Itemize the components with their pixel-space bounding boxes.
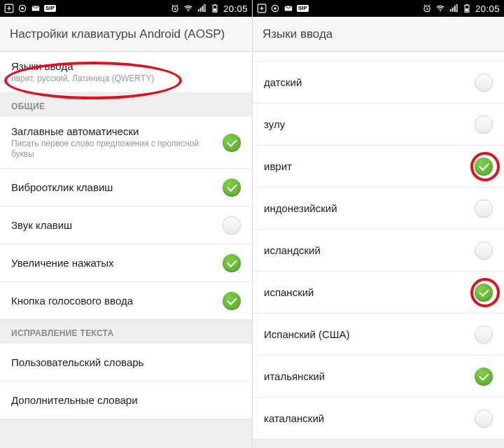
status-bar: SIP 20:05 bbox=[0, 0, 252, 17]
plus-icon bbox=[4, 4, 14, 13]
svg-rect-6 bbox=[198, 9, 200, 12]
toggle-off[interactable] bbox=[475, 326, 493, 344]
language-label: исландский bbox=[264, 244, 475, 256]
section-header: ОБЩИЕ bbox=[0, 93, 252, 117]
settings-row[interactable]: Виброотклик клавиш bbox=[0, 169, 252, 206]
alarm-icon bbox=[170, 4, 180, 13]
language-row[interactable]: испанский bbox=[253, 272, 504, 314]
partial-row-top bbox=[253, 52, 504, 62]
svg-rect-21 bbox=[454, 6, 456, 12]
svg-point-2 bbox=[21, 7, 24, 10]
alarm-icon bbox=[422, 4, 432, 13]
toggle-on[interactable] bbox=[223, 178, 241, 197]
language-row[interactable]: итальянский bbox=[253, 356, 504, 398]
settings-row[interactable]: Кнопка голосового ввода bbox=[0, 282, 252, 320]
battery-icon bbox=[462, 4, 472, 13]
svg-rect-11 bbox=[214, 4, 216, 5]
sip-icon: SIP bbox=[44, 5, 56, 12]
svg-rect-22 bbox=[456, 5, 457, 12]
row-title: Виброотклик клавиш bbox=[11, 181, 223, 193]
status-clock: 20:05 bbox=[475, 4, 500, 14]
svg-point-5 bbox=[188, 10, 189, 12]
row-subtitle: Писать первое слово предложения с пропис… bbox=[11, 139, 223, 160]
svg-rect-19 bbox=[450, 9, 451, 12]
settings-row[interactable]: Языки вводаиврит, русский, Латиница (QWE… bbox=[0, 52, 252, 93]
battery-icon bbox=[210, 4, 220, 13]
sip-icon: SIP bbox=[297, 5, 309, 12]
row-title: Заглавные автоматически bbox=[11, 125, 223, 137]
language-label: иврит bbox=[264, 160, 475, 172]
language-label: испанский bbox=[264, 286, 475, 298]
language-label: датский bbox=[264, 76, 475, 88]
language-row[interactable]: датский bbox=[253, 62, 504, 104]
toggle-on[interactable] bbox=[475, 368, 493, 386]
row-subtitle: иврит, русский, Латиница (QWERTY) bbox=[11, 74, 241, 84]
header-left: Настройки клавиатуры Android (AOSP) bbox=[0, 17, 252, 52]
status-clock: 20:05 bbox=[223, 4, 248, 14]
header-right: Языки ввода bbox=[253, 17, 504, 52]
phone-left: SIP 20:05 Настройки клавиатуры Android (… bbox=[0, 0, 252, 448]
toggle-on[interactable] bbox=[223, 292, 241, 310]
language-label: Испанский (США) bbox=[264, 328, 475, 340]
svg-rect-20 bbox=[452, 8, 454, 12]
language-row[interactable]: индонезийский bbox=[253, 188, 504, 230]
wifi-icon bbox=[435, 4, 445, 13]
row-title: Пользовательский словарь bbox=[11, 356, 241, 368]
settings-row[interactable]: Пользовательский словарь bbox=[0, 344, 252, 382]
svg-rect-12 bbox=[214, 8, 216, 11]
wifi-icon bbox=[183, 4, 193, 13]
status-bar: SIP 20:05 bbox=[253, 0, 504, 17]
svg-rect-8 bbox=[202, 6, 204, 12]
toggle-on[interactable] bbox=[223, 254, 241, 272]
language-list: датскийзулуивритиндонезийскийисландскийи… bbox=[253, 62, 504, 440]
section-header: ИСПРАВЛЕНИЕ ТЕКСТА bbox=[0, 320, 252, 344]
settings-row[interactable]: Заглавные автоматическиПисать первое сло… bbox=[0, 117, 252, 169]
svg-point-18 bbox=[440, 10, 441, 12]
svg-rect-24 bbox=[466, 4, 468, 5]
language-row[interactable]: каталанский bbox=[253, 398, 504, 440]
toggle-off[interactable] bbox=[475, 74, 493, 92]
toggle-on[interactable] bbox=[475, 158, 493, 176]
mail-icon bbox=[284, 4, 293, 13]
plus-icon bbox=[257, 4, 267, 13]
target-icon bbox=[270, 4, 280, 13]
language-label: каталанский bbox=[264, 412, 475, 424]
svg-rect-25 bbox=[465, 8, 468, 11]
phone-right: SIP 20:05 Языки ввода датскийзулуивритин… bbox=[252, 0, 504, 448]
toggle-on[interactable] bbox=[223, 134, 241, 152]
language-row[interactable]: Испанский (США) bbox=[253, 314, 504, 356]
toggle-off[interactable] bbox=[475, 115, 493, 134]
row-title: Звук клавиш bbox=[11, 219, 223, 231]
row-title: Дополнительные словари bbox=[11, 394, 241, 406]
language-row[interactable]: иврит bbox=[253, 146, 504, 188]
language-label: итальянский bbox=[264, 370, 475, 382]
language-label: индонезийский bbox=[264, 202, 475, 214]
toggle-off[interactable] bbox=[475, 241, 493, 260]
settings-row[interactable]: Увеличение нажатых bbox=[0, 244, 252, 282]
svg-rect-9 bbox=[204, 5, 205, 12]
settings-row[interactable]: Дополнительные словари bbox=[0, 382, 252, 419]
language-row[interactable]: исландский bbox=[253, 230, 504, 272]
toggle-off[interactable] bbox=[475, 200, 493, 218]
language-row[interactable]: зулу bbox=[253, 104, 504, 146]
language-label: зулу bbox=[264, 118, 475, 130]
toggle-on[interactable] bbox=[475, 284, 493, 302]
row-title: Кнопка голосового ввода bbox=[11, 295, 223, 307]
row-title: Увеличение нажатых bbox=[11, 257, 223, 269]
settings-row[interactable]: Звук клавиш bbox=[0, 206, 252, 244]
toggle-off[interactable] bbox=[223, 216, 241, 234]
row-title: Языки ввода bbox=[11, 60, 241, 72]
settings-list: Языки вводаиврит, русский, Латиница (QWE… bbox=[0, 52, 252, 419]
page-title: Настройки клавиатуры Android (AOSP) bbox=[10, 27, 225, 41]
mail-icon bbox=[31, 4, 41, 13]
target-icon bbox=[18, 4, 27, 13]
signal-icon bbox=[449, 4, 458, 13]
toggle-off[interactable] bbox=[475, 410, 493, 428]
page-title: Языки ввода bbox=[262, 27, 332, 41]
svg-point-15 bbox=[274, 7, 276, 10]
svg-rect-7 bbox=[200, 8, 202, 12]
signal-icon bbox=[197, 4, 206, 13]
